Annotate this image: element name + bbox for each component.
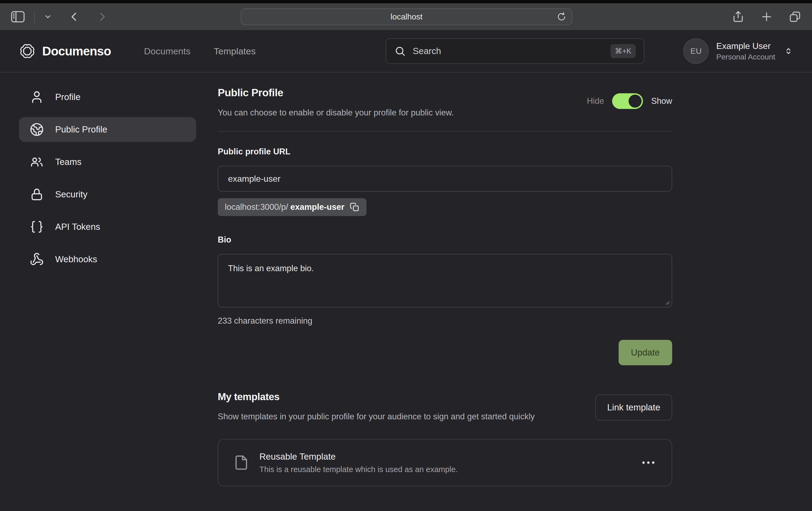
bio-textarea[interactable]: This is an example bio. (218, 254, 672, 307)
sidebar-item-label: Profile (55, 92, 81, 102)
tabs-overview-icon[interactable] (789, 10, 801, 23)
webhook-icon (30, 252, 44, 266)
sidebar-item-api-tokens[interactable]: API Tokens (19, 214, 196, 239)
user-account-type: Personal Account (716, 53, 775, 61)
section-divider (218, 131, 672, 132)
sidebar-item-label: Security (55, 189, 87, 200)
page-description: You can choose to enable or disable your… (218, 108, 454, 118)
window-top-edge (0, 0, 812, 3)
search-shortcut-badge: ⌘+K (610, 44, 636, 58)
globe-icon (30, 122, 44, 137)
brand-name: Documenso (42, 44, 111, 58)
search-icon (395, 46, 406, 57)
visibility-toggle-group: Hide Show (587, 93, 672, 109)
my-templates-title: My templates (218, 391, 578, 402)
bio-label: Bio (218, 235, 672, 245)
public-profile-panel: Public Profile You can choose to enable … (218, 85, 672, 511)
profile-url-slug: example-user (290, 202, 344, 212)
share-icon[interactable] (732, 10, 744, 23)
sidebar-item-profile[interactable]: Profile (19, 85, 196, 110)
chevron-down-icon[interactable] (44, 13, 52, 21)
template-name: Reusable Template (259, 452, 458, 462)
documenso-app: Documenso Documents Templates ⌘+K EU Exa… (0, 30, 812, 511)
reload-icon[interactable] (557, 12, 567, 22)
sidebar-item-teams[interactable]: Teams (19, 150, 196, 174)
main-nav: Documents Templates (144, 46, 256, 57)
my-templates-description: Show templates in your public profile fo… (218, 410, 578, 424)
nav-documents[interactable]: Documents (144, 46, 191, 57)
settings-sidebar: Profile Public Profile Teams Security (19, 85, 196, 511)
user-icon (30, 90, 44, 104)
sidebar-item-webhooks[interactable]: Webhooks (19, 247, 196, 272)
user-menu[interactable]: EU Example User Personal Account (683, 38, 793, 64)
page-title: Public Profile (218, 87, 454, 99)
nav-templates[interactable]: Templates (214, 46, 256, 57)
profile-url-preview[interactable]: localhost:3000/p/example-user (218, 198, 367, 216)
braces-icon (30, 220, 44, 234)
sidebar-item-label: Public Profile (55, 124, 107, 134)
toggle-knob (629, 95, 642, 108)
template-card: Reusable Template This is a reusable tem… (218, 439, 672, 486)
brand[interactable]: Documenso (19, 43, 111, 59)
profile-url-label: Public profile URL (218, 147, 672, 156)
search-input[interactable] (413, 46, 604, 56)
users-icon (30, 155, 44, 169)
link-template-button[interactable]: Link template (595, 394, 672, 420)
toolbar-separator (34, 10, 35, 23)
avatar: EU (683, 38, 709, 64)
user-name: Example User (716, 41, 775, 51)
forward-icon[interactable] (96, 11, 108, 23)
profile-visibility-toggle[interactable] (612, 93, 643, 109)
back-icon[interactable] (68, 11, 80, 23)
toggle-show-label: Show (651, 96, 672, 106)
new-tab-icon[interactable] (761, 11, 773, 23)
profile-url-prefix: localhost:3000/p/ (225, 202, 288, 212)
textarea-resize-handle[interactable] (663, 298, 670, 305)
browser-toolbar: localhost (0, 3, 812, 30)
global-search[interactable]: ⌘+K (386, 38, 644, 64)
sidebar-item-public-profile[interactable]: Public Profile (19, 117, 196, 142)
profile-url-input[interactable] (218, 166, 672, 192)
bio-characters-remaining: 233 characters remaining (218, 316, 672, 326)
sidebar-item-label: API Tokens (55, 222, 100, 232)
chevrons-up-down-icon (784, 47, 793, 56)
lock-icon (30, 187, 44, 202)
sidebar-item-security[interactable]: Security (19, 182, 196, 207)
sidebar-item-label: Webhooks (55, 254, 97, 264)
update-button[interactable]: Update (618, 340, 672, 365)
address-bar[interactable]: localhost (241, 8, 572, 25)
address-bar-url: localhost (390, 12, 423, 21)
toggle-hide-label: Hide (587, 96, 604, 106)
copy-icon[interactable] (350, 202, 359, 212)
app-header: Documenso Documents Templates ⌘+K EU Exa… (0, 30, 812, 72)
documenso-seal-icon (19, 43, 36, 59)
sidebar-item-label: Teams (55, 157, 81, 167)
sidebar-toggle-icon[interactable] (11, 11, 25, 23)
template-description: This is a reusable template which is use… (259, 465, 458, 474)
file-icon (233, 455, 249, 471)
ellipsis-icon[interactable] (640, 460, 657, 465)
